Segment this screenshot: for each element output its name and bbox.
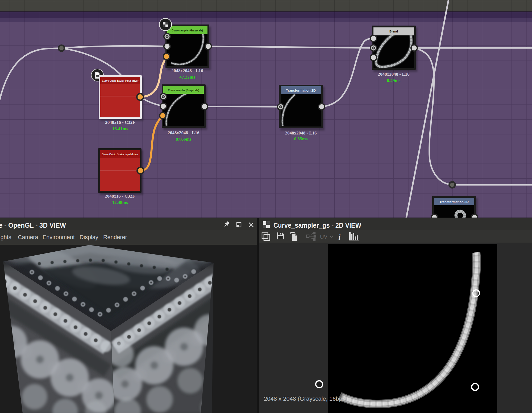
svg-text:Transformation 2D: Transformation 2D bbox=[286, 89, 316, 92]
svg-text:2048x2048 - L16: 2048x2048 - L16 bbox=[172, 68, 203, 73]
svg-text:e - OpenGL - 3D VIEW: e - OpenGL - 3D VIEW bbox=[0, 221, 66, 229]
svg-text:87.66ms: 87.66ms bbox=[176, 137, 191, 142]
svg-text:Curve sampler (Grayscale): Curve sampler (Grayscale) bbox=[168, 89, 199, 92]
svg-text:Curve Cubic Bezier Input drive: Curve Cubic Bezier Input driver bbox=[102, 79, 139, 82]
svg-text:Renderer: Renderer bbox=[103, 234, 127, 240]
svg-text:2048 x 2048 (Grayscale, 16bpc): 2048 x 2048 (Grayscale, 16bpc) bbox=[264, 395, 347, 402]
svg-text:Transformation 2D: Transformation 2D bbox=[439, 200, 469, 203]
svg-text:2048x16 - C32F: 2048x16 - C32F bbox=[105, 120, 135, 125]
svg-text:Display: Display bbox=[80, 234, 98, 240]
svg-text:Curve_sampler_gs - 2D VIEW: Curve_sampler_gs - 2D VIEW bbox=[273, 221, 361, 229]
svg-text:ights: ights bbox=[0, 234, 11, 240]
svg-text:0.35ms: 0.35ms bbox=[294, 136, 308, 141]
svg-text:Curve sampler (Grayscale): Curve sampler (Grayscale) bbox=[172, 29, 203, 32]
svg-text:13.41ms: 13.41ms bbox=[112, 126, 128, 131]
svg-text:Curve Cubic Bezier Input drive: Curve Cubic Bezier Input driver bbox=[102, 153, 138, 156]
svg-text:2048x2048 - L16: 2048x2048 - L16 bbox=[168, 130, 200, 135]
svg-text:UV: UV bbox=[320, 234, 327, 240]
svg-text:Environment: Environment bbox=[43, 234, 75, 240]
svg-text:2048x16 - C32F: 2048x16 - C32F bbox=[105, 194, 135, 199]
svg-text:2048x2048 - L16: 2048x2048 - L16 bbox=[285, 130, 317, 136]
svg-text:Camera: Camera bbox=[18, 234, 38, 240]
svg-text:2048x2048 - L16: 2048x2048 - L16 bbox=[378, 72, 410, 77]
svg-text:47.22ms: 47.22ms bbox=[179, 75, 195, 80]
svg-text:0.49ms: 0.49ms bbox=[387, 78, 401, 83]
svg-text:12.48ms: 12.48ms bbox=[112, 200, 128, 205]
svg-text:i: i bbox=[338, 233, 341, 242]
svg-text:Blend: Blend bbox=[389, 30, 398, 33]
